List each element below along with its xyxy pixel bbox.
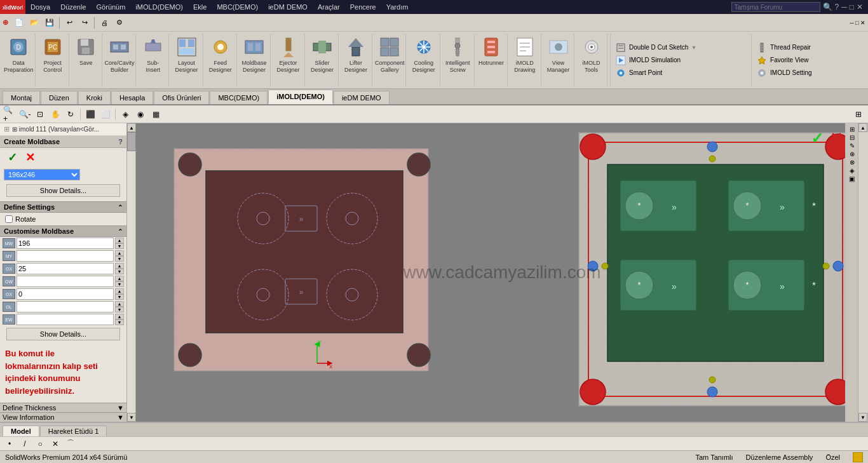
intelligent-screw-btn[interactable]: Intelligent Screw: [442, 34, 475, 86]
tab-imold[interactable]: iMOLD(DEMO): [268, 90, 333, 104]
tab-duzen[interactable]: Düzen: [41, 91, 78, 104]
imold-setting-btn[interactable]: IMOLD Setting: [754, 67, 863, 79]
save-btn-small[interactable]: 💾: [43, 16, 57, 30]
define-thickness-expand[interactable]: ▼: [117, 404, 124, 412]
param-input-ox[interactable]: [17, 263, 114, 274]
tab-iedm[interactable]: ieDM DEMO: [334, 91, 390, 104]
favorite-view-btn[interactable]: Favorite View: [754, 54, 863, 67]
pan-btn[interactable]: ✋: [48, 107, 62, 121]
param-input-mw[interactable]: [17, 238, 114, 249]
moldbase-designer-btn[interactable]: Moldbase Designer: [238, 34, 271, 86]
canvas-scrollbar[interactable]: ▲ ▼: [858, 123, 868, 422]
cancel-panel-btn[interactable]: ✕: [23, 151, 37, 164]
zoom-fit-btn[interactable]: ⊡: [33, 107, 47, 121]
new-btn[interactable]: 📄: [12, 16, 26, 30]
save-big-btn[interactable]: Save: [71, 34, 102, 86]
draw-cross[interactable]: ✕: [48, 437, 62, 451]
show-details-btn-1[interactable]: Show Details...: [6, 184, 120, 197]
spin-down-ox2[interactable]: ▼: [115, 294, 124, 300]
window-min-icon[interactable]: ─: [841, 3, 847, 11]
spin-down-ew[interactable]: ▼: [115, 319, 124, 325]
param-input-ox2[interactable]: [17, 288, 114, 300]
menu-iedm[interactable]: ieDM DEMO: [263, 2, 313, 12]
draw-point[interactable]: •: [3, 437, 17, 451]
spin-up-ol[interactable]: ▲: [115, 301, 124, 307]
panel-icon-7[interactable]: ▣: [849, 175, 855, 182]
menu-duzenle[interactable]: Düzenle: [55, 2, 91, 12]
rotate-checkbox[interactable]: [5, 215, 13, 223]
view-information-expand[interactable]: ▼: [117, 413, 124, 421]
layout-designer-btn[interactable]: Layout Designer: [170, 34, 203, 86]
lifter-designer-btn[interactable]: Lifter Designer: [340, 34, 372, 86]
print-btn[interactable]: 🖨: [97, 16, 111, 30]
menu-pencere[interactable]: Pencere: [345, 2, 381, 12]
view-orientation-btn[interactable]: ▦: [149, 107, 163, 121]
ejector-designer-btn[interactable]: Ejector Designer: [272, 34, 305, 86]
menu-yardim[interactable]: Yardım: [381, 2, 414, 12]
menu-mbc[interactable]: MBC(DEMO): [212, 2, 263, 12]
define-settings-header[interactable]: Define Settings ⌃: [0, 201, 126, 213]
display-style-btn[interactable]: ◈: [118, 107, 132, 121]
draw-line[interactable]: /: [18, 437, 32, 451]
smart-point-btn[interactable]: Smart Point: [613, 67, 747, 79]
panel-icon-5[interactable]: ⊗: [850, 159, 855, 166]
spin-down-my[interactable]: ▼: [115, 256, 124, 262]
undo-btn[interactable]: ↩: [62, 16, 76, 30]
param-input-my[interactable]: [17, 250, 114, 262]
feed-designer-btn[interactable]: Feed Designer: [205, 34, 237, 86]
open-btn[interactable]: 📂: [27, 16, 41, 30]
canvas-scroll-up[interactable]: ▲: [858, 123, 867, 132]
customise-collapse-icon[interactable]: ⌃: [118, 228, 123, 235]
panel-help-icon[interactable]: ?: [118, 138, 123, 145]
tab-mbc[interactable]: MBC(DEMO): [210, 91, 268, 104]
menu-dosya[interactable]: Dosya: [25, 2, 55, 12]
spin-down-ow[interactable]: ▼: [115, 281, 124, 287]
menu-ekle[interactable]: Ekle: [188, 2, 212, 12]
param-input-ow[interactable]: [17, 276, 114, 287]
cooling-designer-btn[interactable]: Cooling Designer: [407, 34, 440, 86]
zoom-in-btn[interactable]: 🔍+: [3, 107, 17, 121]
search-icon[interactable]: 🔍: [823, 3, 832, 11]
spin-down-ol[interactable]: ▼: [115, 307, 124, 312]
menu-imold[interactable]: iMOLD(DEMO): [130, 2, 188, 12]
settings-collapse-icon[interactable]: ⌃: [118, 204, 123, 211]
window-max-icon[interactable]: □: [850, 3, 854, 11]
spin-up-ox2[interactable]: ▲: [115, 288, 124, 294]
core-cavity-btn[interactable]: Core/Cavity Builder: [104, 34, 137, 86]
slider-designer-btn[interactable]: Slider Designer: [306, 34, 339, 86]
panel-icon-6[interactable]: ◈: [850, 167, 855, 174]
global-confirm-btn[interactable]: ✓: [811, 130, 824, 147]
panel-icon-1[interactable]: ⊞: [850, 126, 855, 133]
tab-hesapla[interactable]: Hesapla: [111, 91, 153, 104]
panel-icon-3[interactable]: ✎: [850, 142, 855, 149]
scroll-thumb[interactable]: [127, 132, 136, 151]
scroll-down-btn[interactable]: ▼: [127, 413, 136, 422]
hide-show-btn[interactable]: ◉: [133, 107, 147, 121]
canvas-scroll-down[interactable]: ▼: [858, 413, 867, 422]
thread-repair-btn[interactable]: Thread Repair: [754, 41, 863, 54]
param-input-ol[interactable]: [17, 301, 114, 312]
imold-simulation-btn[interactable]: IMOLD Simulation: [613, 54, 747, 67]
spin-up-my[interactable]: ▲: [115, 250, 124, 256]
confirm-btn[interactable]: ✓: [5, 151, 19, 164]
imold-tools-btn[interactable]: iMOLD Tools: [576, 34, 607, 86]
tab-montaj[interactable]: Montaj: [3, 91, 40, 104]
options-btn[interactable]: ⚙: [112, 16, 126, 30]
sub-insert-btn[interactable]: Sub-Insert: [137, 34, 169, 86]
project-control-btn[interactable]: PC Project Control: [37, 34, 69, 86]
show-details-btn-2[interactable]: Show Details...: [6, 328, 120, 340]
param-input-ew[interactable]: [17, 314, 114, 325]
menu-goruntu[interactable]: Görünüm: [92, 2, 131, 12]
size-dropdown[interactable]: 196x246 200x300 250x350: [4, 169, 80, 180]
tab-kroki[interactable]: Kroki: [78, 91, 111, 104]
customise-header[interactable]: Customise Moldbase ⌃: [0, 225, 126, 237]
draw-circle[interactable]: ○: [33, 437, 47, 451]
component-gallery-btn[interactable]: Component Gallery: [374, 34, 407, 86]
data-preparation-btn[interactable]: D Data Preparation: [3, 34, 36, 86]
draw-arc[interactable]: ⌒: [64, 437, 78, 451]
imold-drawing-btn[interactable]: iMOLD Drawing: [509, 34, 542, 86]
spin-down-ox[interactable]: ▼: [115, 269, 124, 274]
scroll-up-btn[interactable]: ▲: [127, 123, 136, 132]
section-view-btn[interactable]: ⬜: [98, 107, 112, 121]
panel-icon-2[interactable]: ⊟: [850, 134, 855, 141]
